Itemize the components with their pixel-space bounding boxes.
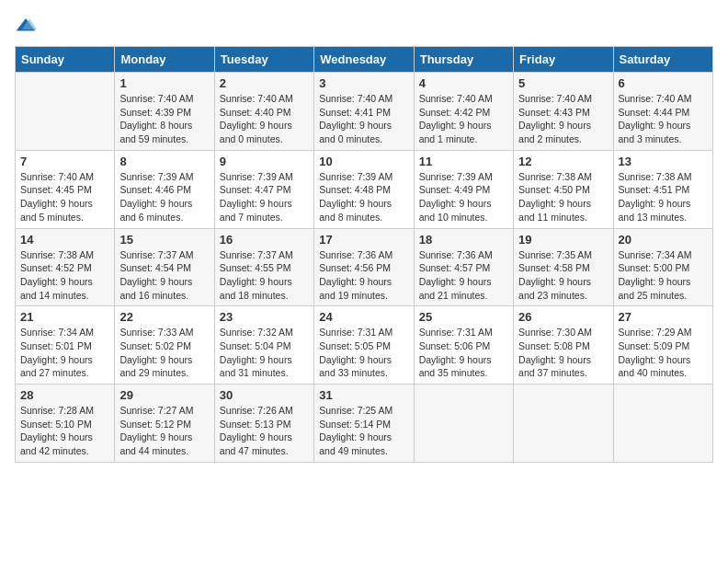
day-number: 1: [119, 76, 209, 90]
calendar-cell: 1Sunrise: 7:40 AM Sunset: 4:39 PM Daylig…: [115, 73, 214, 151]
day-header-wednesday: Wednesday: [314, 47, 414, 73]
day-number: 22: [119, 310, 209, 324]
day-number: 24: [319, 310, 408, 324]
day-number: 5: [518, 76, 608, 90]
week-row-4: 28Sunrise: 7:28 AM Sunset: 5:10 PM Dayli…: [16, 385, 713, 463]
calendar-cell: 19Sunrise: 7:35 AM Sunset: 4:58 PM Dayli…: [514, 228, 613, 306]
day-info: Sunrise: 7:33 AM Sunset: 5:02 PM Dayligh…: [119, 326, 209, 380]
day-number: 27: [619, 310, 708, 324]
day-info: Sunrise: 7:30 AM Sunset: 5:08 PM Dayligh…: [518, 326, 608, 380]
day-info: Sunrise: 7:39 AM Sunset: 4:48 PM Dayligh…: [319, 170, 408, 224]
day-number: 25: [419, 310, 508, 324]
day-number: 10: [319, 155, 408, 168]
calendar-cell: 11Sunrise: 7:39 AM Sunset: 4:49 PM Dayli…: [414, 150, 513, 228]
calendar-cell: 26Sunrise: 7:30 AM Sunset: 5:08 PM Dayli…: [514, 306, 613, 385]
day-header-saturday: Saturday: [613, 47, 712, 73]
day-info: Sunrise: 7:39 AM Sunset: 4:49 PM Dayligh…: [419, 170, 508, 224]
day-info: Sunrise: 7:38 AM Sunset: 4:50 PM Dayligh…: [518, 170, 608, 224]
day-number: 26: [518, 310, 608, 324]
day-number: 20: [619, 233, 708, 247]
day-number: 23: [220, 310, 309, 324]
calendar-cell: 4Sunrise: 7:40 AM Sunset: 4:42 PM Daylig…: [414, 73, 513, 151]
week-row-0: 1Sunrise: 7:40 AM Sunset: 4:39 PM Daylig…: [16, 73, 713, 151]
day-number: 29: [119, 388, 209, 402]
day-number: 21: [20, 310, 109, 324]
day-info: Sunrise: 7:40 AM Sunset: 4:43 PM Dayligh…: [518, 92, 608, 146]
day-info: Sunrise: 7:25 AM Sunset: 5:14 PM Dayligh…: [319, 404, 408, 458]
calendar-cell: 5Sunrise: 7:40 AM Sunset: 4:43 PM Daylig…: [514, 73, 613, 151]
calendar-cell: 29Sunrise: 7:27 AM Sunset: 5:12 PM Dayli…: [115, 385, 214, 463]
week-row-3: 21Sunrise: 7:34 AM Sunset: 5:01 PM Dayli…: [16, 306, 713, 385]
day-number: 14: [20, 233, 109, 247]
day-number: 11: [419, 155, 508, 168]
calendar-cell: 21Sunrise: 7:34 AM Sunset: 5:01 PM Dayli…: [16, 306, 115, 385]
day-number: 12: [518, 155, 608, 168]
day-number: 2: [220, 76, 309, 90]
day-info: Sunrise: 7:28 AM Sunset: 5:10 PM Dayligh…: [20, 404, 109, 458]
day-number: 31: [319, 388, 408, 402]
day-info: Sunrise: 7:38 AM Sunset: 4:52 PM Dayligh…: [20, 248, 109, 303]
day-number: 6: [619, 76, 708, 90]
day-number: 13: [619, 155, 708, 168]
day-header-monday: Monday: [115, 47, 214, 73]
calendar-cell: 18Sunrise: 7:36 AM Sunset: 4:57 PM Dayli…: [414, 228, 513, 306]
day-info: Sunrise: 7:32 AM Sunset: 5:04 PM Dayligh…: [220, 326, 309, 380]
day-info: Sunrise: 7:34 AM Sunset: 5:00 PM Dayligh…: [619, 248, 708, 303]
week-row-1: 7Sunrise: 7:40 AM Sunset: 4:45 PM Daylig…: [16, 150, 713, 228]
day-info: Sunrise: 7:40 AM Sunset: 4:44 PM Dayligh…: [619, 92, 708, 146]
calendar-cell: 27Sunrise: 7:29 AM Sunset: 5:09 PM Dayli…: [613, 306, 712, 385]
header-row: SundayMondayTuesdayWednesdayThursdayFrid…: [16, 47, 713, 73]
day-info: Sunrise: 7:37 AM Sunset: 4:55 PM Dayligh…: [220, 248, 309, 303]
day-info: Sunrise: 7:31 AM Sunset: 5:06 PM Dayligh…: [419, 326, 508, 380]
day-number: 3: [319, 76, 408, 90]
calendar-cell: 3Sunrise: 7:40 AM Sunset: 4:41 PM Daylig…: [314, 73, 414, 151]
day-info: Sunrise: 7:31 AM Sunset: 5:05 PM Dayligh…: [319, 326, 408, 380]
day-info: Sunrise: 7:40 AM Sunset: 4:41 PM Dayligh…: [319, 92, 408, 146]
day-header-thursday: Thursday: [414, 47, 513, 73]
calendar-cell: 13Sunrise: 7:38 AM Sunset: 4:51 PM Dayli…: [613, 150, 712, 228]
calendar-cell: [16, 73, 115, 151]
calendar-cell: [613, 385, 712, 463]
day-number: 18: [419, 233, 508, 247]
day-number: 8: [119, 155, 209, 168]
day-number: 28: [20, 388, 109, 402]
day-number: 4: [419, 76, 508, 90]
day-info: Sunrise: 7:27 AM Sunset: 5:12 PM Dayligh…: [119, 404, 209, 458]
day-number: 15: [119, 233, 209, 247]
calendar-cell: 16Sunrise: 7:37 AM Sunset: 4:55 PM Dayli…: [214, 228, 313, 306]
day-info: Sunrise: 7:39 AM Sunset: 4:47 PM Dayligh…: [220, 170, 309, 224]
header: [15, 15, 713, 37]
calendar-cell: 28Sunrise: 7:28 AM Sunset: 5:10 PM Dayli…: [16, 385, 115, 463]
week-row-2: 14Sunrise: 7:38 AM Sunset: 4:52 PM Dayli…: [16, 228, 713, 306]
calendar-cell: 7Sunrise: 7:40 AM Sunset: 4:45 PM Daylig…: [16, 150, 115, 228]
day-info: Sunrise: 7:40 AM Sunset: 4:39 PM Dayligh…: [119, 92, 209, 146]
day-number: 19: [518, 233, 608, 247]
calendar-cell: 14Sunrise: 7:38 AM Sunset: 4:52 PM Dayli…: [16, 228, 115, 306]
day-header-sunday: Sunday: [16, 47, 115, 73]
day-info: Sunrise: 7:40 AM Sunset: 4:45 PM Dayligh…: [20, 170, 109, 224]
calendar-cell: 25Sunrise: 7:31 AM Sunset: 5:06 PM Dayli…: [414, 306, 513, 385]
day-info: Sunrise: 7:36 AM Sunset: 4:57 PM Dayligh…: [419, 248, 508, 303]
day-info: Sunrise: 7:40 AM Sunset: 4:42 PM Dayligh…: [419, 92, 508, 146]
calendar-cell: 30Sunrise: 7:26 AM Sunset: 5:13 PM Dayli…: [214, 385, 313, 463]
calendar-cell: 15Sunrise: 7:37 AM Sunset: 4:54 PM Dayli…: [115, 228, 214, 306]
calendar-cell: 9Sunrise: 7:39 AM Sunset: 4:47 PM Daylig…: [214, 150, 313, 228]
logo: [15, 15, 39, 37]
day-info: Sunrise: 7:40 AM Sunset: 4:40 PM Dayligh…: [220, 92, 309, 146]
calendar-cell: [414, 385, 513, 463]
day-number: 7: [20, 155, 109, 168]
calendar-cell: 6Sunrise: 7:40 AM Sunset: 4:44 PM Daylig…: [613, 73, 712, 151]
calendar-cell: 12Sunrise: 7:38 AM Sunset: 4:50 PM Dayli…: [514, 150, 613, 228]
day-header-friday: Friday: [514, 47, 613, 73]
calendar-cell: 8Sunrise: 7:39 AM Sunset: 4:46 PM Daylig…: [115, 150, 214, 228]
calendar-cell: 2Sunrise: 7:40 AM Sunset: 4:40 PM Daylig…: [214, 73, 313, 151]
day-info: Sunrise: 7:38 AM Sunset: 4:51 PM Dayligh…: [619, 170, 708, 224]
day-number: 16: [220, 233, 309, 247]
day-number: 9: [220, 155, 309, 168]
calendar-cell: 17Sunrise: 7:36 AM Sunset: 4:56 PM Dayli…: [314, 228, 414, 306]
day-header-tuesday: Tuesday: [214, 47, 313, 73]
calendar-table: SundayMondayTuesdayWednesdayThursdayFrid…: [15, 46, 713, 463]
calendar-cell: 20Sunrise: 7:34 AM Sunset: 5:00 PM Dayli…: [613, 228, 712, 306]
calendar-cell: 23Sunrise: 7:32 AM Sunset: 5:04 PM Dayli…: [214, 306, 313, 385]
calendar-cell: 24Sunrise: 7:31 AM Sunset: 5:05 PM Dayli…: [314, 306, 414, 385]
